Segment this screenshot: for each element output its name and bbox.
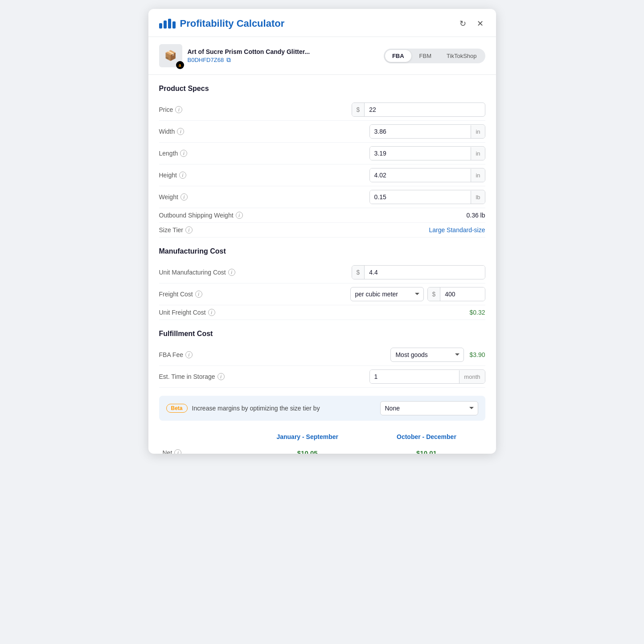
fulfillment-cost-title: Fulfillment Cost [159, 330, 485, 338]
price-label-area: Price i [159, 106, 248, 113]
size-tier-label: Size Tier [159, 226, 183, 234]
weight-help-icon[interactable]: i [180, 193, 188, 201]
est-time-storage-row: Est. Time in Storage i month [159, 366, 485, 388]
length-input[interactable] [370, 147, 471, 160]
outbound-label: Outbound Shipping Weight [159, 212, 234, 219]
width-label-area: Width i [159, 128, 248, 135]
freight-cost-row: Freight Cost i per cubic meter per kg pe… [159, 283, 485, 305]
outbound-label-area: Outbound Shipping Weight i [159, 212, 248, 219]
length-label: Length [159, 150, 178, 157]
results-col1-header: January - September [247, 429, 368, 445]
freight-amount-wrapper: $ [427, 287, 485, 301]
price-label: Price [159, 106, 173, 113]
est-time-input[interactable] [370, 370, 459, 383]
price-row: Price i $ [159, 99, 485, 121]
fba-fee-row: FBA Fee i Most goods Clothing Dangerous … [159, 344, 485, 366]
tab-fbm[interactable]: FBM [412, 50, 439, 62]
width-help-icon[interactable]: i [177, 128, 184, 135]
results-col2-header: October - December [368, 429, 485, 445]
outbound-help-icon[interactable]: i [236, 212, 243, 219]
fba-fee-select[interactable]: Most goods Clothing Dangerous goods Foot… [390, 348, 464, 362]
unit-mfg-help-icon[interactable]: i [228, 269, 235, 276]
length-help-icon[interactable]: i [180, 150, 187, 157]
header-left: Profitability Calculator [159, 18, 285, 29]
tab-fba[interactable]: FBA [385, 50, 411, 62]
fba-fee-help-icon[interactable]: i [185, 351, 193, 358]
length-input-wrapper: in [369, 146, 485, 160]
unit-mfg-prefix: $ [352, 266, 365, 279]
fba-fee-label-area: FBA Fee i [159, 351, 248, 358]
header-icons: ↻ ✕ [458, 17, 485, 30]
freight-label: Freight Cost [159, 291, 193, 298]
net-col1-value: $10.05 [247, 445, 368, 454]
product-thumbnail: 📦 a [159, 44, 182, 67]
freight-amount-input[interactable] [440, 287, 485, 301]
unit-freight-value: $0.32 [469, 309, 485, 316]
unit-freight-cost-row: Unit Freight Cost i $0.32 [159, 305, 485, 320]
price-input[interactable] [365, 103, 484, 116]
calculator-window: Profitability Calculator ↻ ✕ 📦 a Art of … [148, 9, 496, 454]
est-time-suffix: month [459, 370, 484, 383]
fba-fee-value: $3.90 [469, 351, 485, 358]
width-input[interactable] [370, 125, 471, 138]
weight-label: Weight [159, 193, 178, 201]
freight-label-area: Freight Cost i [159, 291, 248, 298]
width-row: Width i in [159, 121, 485, 143]
close-button[interactable]: ✕ [475, 17, 485, 30]
copy-asin-button[interactable]: ⧉ [226, 56, 231, 64]
est-time-input-wrapper: month [369, 369, 485, 384]
app-logo [159, 19, 176, 29]
logo-bar-1 [159, 23, 162, 29]
weight-input[interactable] [370, 190, 471, 204]
unit-mfg-input-wrapper: $ [352, 265, 485, 279]
product-name: Art of Sucre Prism Cotton Candy Glitter.… [188, 48, 310, 55]
freight-type-select[interactable]: per cubic meter per kg per unit flat rat… [350, 287, 424, 301]
net-label-cell: Net i [159, 445, 247, 454]
width-suffix: in [471, 125, 484, 138]
height-label-area: Height i [159, 172, 248, 179]
price-input-wrapper: $ [352, 103, 485, 117]
size-tier-optimize-select[interactable]: None Small Standard-size Large Standard-… [380, 401, 478, 415]
refresh-button[interactable]: ↻ [458, 17, 468, 30]
length-label-area: Length i [159, 150, 248, 157]
weight-label-area: Weight i [159, 193, 248, 201]
asin-value: B0DHFD7Z68 [188, 57, 224, 63]
height-input-wrapper: in [369, 168, 485, 182]
unit-mfg-label-area: Unit Manufacturing Cost i [159, 269, 248, 276]
outbound-value: 0.36 lb [466, 212, 485, 219]
weight-suffix: lb [471, 191, 484, 204]
title-part1: Profitability [180, 18, 234, 29]
logo-bar-4 [172, 21, 176, 29]
length-row: Length i in [159, 143, 485, 164]
content-area: Product Specs Price i $ Width i in [148, 75, 496, 454]
unit-mfg-input[interactable] [365, 266, 484, 279]
size-tier-help-icon[interactable]: i [185, 226, 193, 234]
unit-freight-label: Unit Freight Cost [159, 309, 206, 316]
logo-bar-3 [168, 19, 171, 29]
weight-row: Weight i lb [159, 186, 485, 208]
height-suffix: in [471, 169, 484, 182]
beta-badge: Beta [166, 404, 188, 413]
product-info: 📦 a Art of Sucre Prism Cotton Candy Glit… [159, 44, 310, 67]
product-image: 📦 [164, 50, 176, 62]
tab-tiktok[interactable]: TikTokShop [439, 50, 484, 62]
width-input-wrapper: in [369, 124, 485, 139]
price-help-icon[interactable]: i [175, 106, 182, 113]
freight-help-icon[interactable]: i [195, 291, 202, 298]
unit-freight-help-icon[interactable]: i [208, 309, 215, 316]
logo-bar-2 [164, 21, 167, 29]
window-header: Profitability Calculator ↻ ✕ [148, 9, 496, 37]
net-label: Net [163, 449, 172, 454]
est-time-help-icon[interactable]: i [217, 373, 225, 380]
height-help-icon[interactable]: i [179, 172, 186, 179]
unit-mfg-cost-row: Unit Manufacturing Cost i $ [159, 262, 485, 283]
product-asin: B0DHFD7Z68 ⧉ [188, 56, 310, 64]
fulfillment-tabs: FBA FBM TikTokShop [384, 49, 485, 63]
height-input[interactable] [370, 168, 471, 182]
size-tier-label-area: Size Tier i [159, 226, 248, 234]
unit-freight-label-area: Unit Freight Cost i [159, 309, 248, 316]
manufacturing-cost-title: Manufacturing Cost [159, 247, 485, 255]
refresh-icon: ↻ [459, 19, 466, 29]
net-help-icon[interactable]: i [174, 449, 181, 454]
height-label: Height [159, 172, 177, 179]
